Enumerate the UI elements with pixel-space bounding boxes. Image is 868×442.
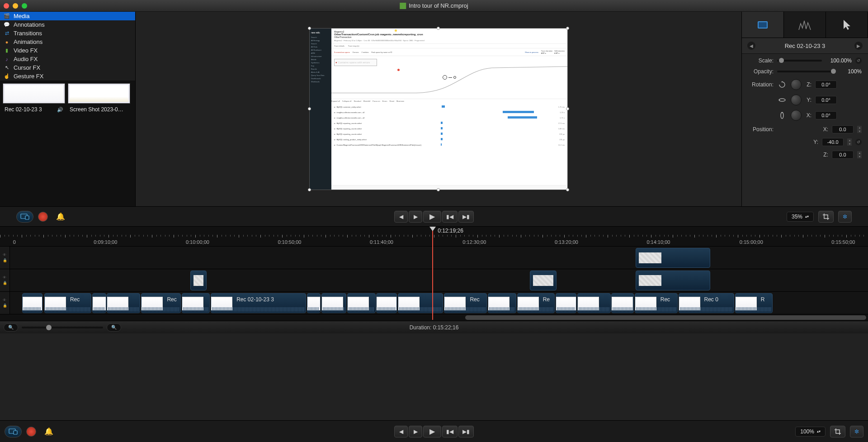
rotation-z-input[interactable]	[815, 81, 837, 89]
track-lock-icon[interactable]: 🔒	[3, 258, 7, 263]
resize-handle-tl[interactable]	[308, 27, 311, 30]
rotation-y-ccw[interactable]	[777, 95, 787, 105]
resize-handle-r[interactable]	[566, 107, 569, 110]
rotation-z-dial[interactable]	[791, 79, 802, 90]
window-close-button[interactable]	[4, 3, 9, 9]
window-minimize-button[interactable]	[13, 3, 18, 9]
timeline-zoom-in[interactable]: 🔍	[107, 323, 121, 332]
opacity-slider[interactable]	[777, 71, 832, 72]
opacity-value[interactable]: 100%	[835, 68, 862, 75]
track-2[interactable]: 👁🔒	[0, 269, 868, 292]
timeline-zoom-slider[interactable]	[22, 327, 103, 328]
timeline-clip[interactable]: Re	[517, 293, 555, 313]
timeline-clip[interactable]	[611, 293, 633, 313]
resize-handle-tr[interactable]	[566, 27, 569, 30]
media-item[interactable]: Screen Shot 2023-0…	[68, 83, 130, 114]
bottom-zoom-select[interactable]: 100%▴▾	[795, 427, 826, 437]
timeline-clip[interactable]	[636, 248, 710, 268]
notifications-button-2[interactable]: 🔔	[41, 426, 57, 437]
bottom-settings-button[interactable]: ✼	[850, 426, 863, 437]
position-z-input[interactable]	[832, 151, 854, 159]
track-visibility-icon[interactable]: 👁	[3, 298, 7, 303]
step-back-button-2[interactable]: ◀	[394, 426, 408, 437]
timeline-clip[interactable]	[347, 293, 376, 313]
pos-z-up[interactable]: ▴	[857, 151, 862, 155]
position-x-input[interactable]	[832, 125, 854, 133]
play-button[interactable]: ▶	[423, 211, 441, 223]
timeline-clip[interactable]: Rec	[635, 293, 678, 313]
prev-marker-button[interactable]: ▮◀	[442, 211, 458, 223]
step-back-button[interactable]: ◀	[394, 211, 408, 223]
rotation-x-ccw[interactable]	[777, 110, 787, 120]
position-y-input[interactable]	[822, 138, 844, 146]
category-media[interactable]: 🎬Media	[0, 12, 135, 20]
timeline-scrollbar[interactable]	[0, 314, 868, 321]
media-item[interactable]: Rec 02-10-23 3🔊	[3, 83, 65, 114]
time-ruler[interactable]: 0:12:19;26 00:09:10;000:10:00;000:10:50;…	[0, 227, 868, 247]
crop-button[interactable]	[818, 211, 834, 223]
category-transitions[interactable]: ⇄Transitions	[0, 29, 135, 38]
next-marker-button-2[interactable]: ▶▮	[458, 426, 474, 437]
timeline-clip[interactable]: Rec 0	[679, 293, 734, 313]
category-annotations[interactable]: 💬Annotations	[0, 20, 135, 29]
category-video-fx[interactable]: ▮Video FX	[0, 46, 135, 55]
canvas-settings-button[interactable]: ✼	[838, 211, 852, 223]
rotation-y-dial[interactable]	[791, 95, 802, 105]
notifications-button[interactable]: 🔔	[52, 211, 69, 223]
category-audio-fx[interactable]: ♪Audio FX	[0, 55, 135, 63]
step-fwd-button-2[interactable]: ▶	[409, 426, 422, 437]
props-tab-visual[interactable]	[742, 12, 784, 38]
scale-value[interactable]: 100.00%	[826, 57, 852, 64]
track-visibility-icon[interactable]: 👁	[3, 276, 7, 280]
devices-button[interactable]	[16, 211, 33, 223]
rotation-x-input[interactable]	[815, 111, 837, 119]
canvas-zoom-select[interactable]: 35%▴▾	[787, 212, 814, 222]
resize-handle-t[interactable]	[437, 27, 440, 30]
timeline-clip[interactable]	[22, 293, 43, 313]
record-button-2[interactable]	[26, 427, 36, 437]
play-button-2[interactable]: ▶	[423, 426, 441, 437]
rotation-x-dial[interactable]	[791, 110, 802, 121]
timeline-zoom-out[interactable]: 🔍	[4, 323, 18, 332]
scale-slider[interactable]	[777, 60, 822, 62]
canvas-area[interactable]: new relic SearchAll EntergySearchAll Dat…	[136, 12, 741, 206]
rotation-y-input[interactable]	[815, 96, 837, 104]
category-gesture-fx[interactable]: ☝Gesture FX	[0, 72, 135, 81]
timeline-clip[interactable]: Rec 02-10-23 3	[211, 293, 306, 313]
timeline-clip[interactable]	[636, 271, 710, 290]
pos-x-up[interactable]: ▴	[857, 126, 862, 129]
next-marker-button[interactable]: ▶▮	[458, 211, 474, 223]
pos-x-down[interactable]: ▾	[857, 129, 862, 133]
crop-button-2[interactable]	[830, 426, 845, 437]
timeline-clip[interactable]	[92, 293, 106, 313]
devices-button-2[interactable]	[5, 426, 22, 437]
track-lock-icon[interactable]: 🔒	[3, 304, 7, 308]
timeline-clip[interactable]	[577, 293, 611, 313]
timeline-clip[interactable]	[488, 293, 516, 313]
timeline-clip[interactable]	[190, 271, 207, 290]
pos-y-down[interactable]: ▾	[847, 142, 852, 146]
canvas-selected-clip[interactable]: new relic SearchAll EntergySearchAll Dat…	[309, 28, 568, 190]
timeline-clip[interactable]	[307, 293, 321, 313]
record-button[interactable]	[38, 212, 48, 222]
timeline-zoom-thumb[interactable]	[46, 325, 52, 330]
timeline-clip[interactable]	[107, 293, 140, 313]
category-animations[interactable]: ●Animations	[0, 38, 135, 46]
timeline-clip[interactable]: Rec	[44, 293, 91, 313]
category-cursor-fx[interactable]: ↖Cursor FX	[0, 63, 135, 72]
timeline-clip[interactable]	[556, 293, 576, 313]
timeline-clip[interactable]	[530, 271, 557, 290]
timeline-clip[interactable]: Rec	[444, 293, 487, 313]
props-next-clip[interactable]: ▶	[854, 42, 863, 50]
track-visibility-icon[interactable]: 👁	[3, 253, 7, 257]
timeline-clip[interactable]	[182, 293, 210, 313]
prev-marker-button-2[interactable]: ▮◀	[442, 426, 458, 437]
timeline-clip[interactable]	[321, 293, 346, 313]
props-prev-clip[interactable]: ◀	[747, 42, 755, 50]
step-fwd-button[interactable]: ▶	[409, 211, 422, 223]
track-1-video[interactable]: 👁🔒 RecRecRec 02-10-23 3RecReRecRec 0R	[0, 292, 868, 314]
rotation-z-ccw[interactable]	[777, 80, 787, 90]
pos-y-up[interactable]: ▴	[847, 138, 852, 142]
window-zoom-button[interactable]	[22, 3, 27, 9]
scale-reset[interactable]: ↺	[855, 57, 862, 64]
